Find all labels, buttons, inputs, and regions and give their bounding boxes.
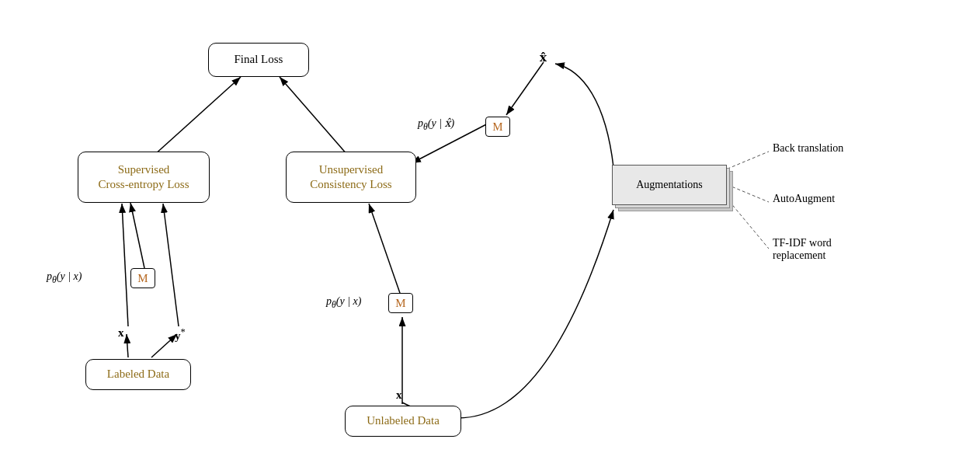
augmentations-label: Augmentations [636,179,703,191]
supervised-loss-node: SupervisedCross-entropy Loss [78,152,210,203]
svg-line-8 [151,334,177,357]
svg-line-3 [280,77,348,155]
x-hat-label: x̂ [540,51,547,64]
svg-line-4 [130,203,144,268]
diagram: Final Loss SupervisedCross-entropy Loss … [0,0,980,474]
svg-line-9 [369,204,401,295]
p-theta-x-supervised: pθ(y | x) [47,270,82,285]
supervised-loss-label: SupervisedCross-entropy Loss [98,162,189,193]
back-translation-label: Back translation [773,142,843,155]
p-theta-xhat-label: pθ(y | x̂) [418,117,454,132]
y-star-label: y* [175,326,186,343]
svg-line-7 [127,334,128,357]
svg-line-2 [154,77,241,155]
auto-augment-label: AutoAugment [773,193,835,205]
svg-line-5 [122,204,128,326]
unlabeled-data-label: Unlabeled Data [367,413,440,429]
tfidf-label: TF-IDF wordreplacement [773,237,832,262]
final-loss-node: Final Loss [208,43,309,77]
arrows-svg [0,0,980,474]
m-supervised-node: M [130,268,155,288]
labeled-data-label: Labeled Data [107,367,169,382]
m-unsupervised-top-node: M [485,117,510,137]
x-labeled-label: x [118,326,124,340]
unsupervised-loss-label: UnsupervisedConsistency Loss [310,162,391,193]
augmentations-node: Augmentations [612,165,727,205]
m-unsupervised-bottom-label: M [395,297,405,310]
unlabeled-data-node: Unlabeled Data [345,406,461,437]
labeled-data-node: Labeled Data [85,359,191,390]
final-loss-label: Final Loss [235,52,283,68]
x-unlabeled-label: x [396,389,402,402]
m-unsupervised-top-label: M [492,120,502,134]
m-unsupervised-bottom-node: M [388,293,413,313]
svg-line-6 [163,204,179,326]
m-supervised-label: M [137,272,148,285]
p-theta-x-unsupervised: pθ(y | x) [326,295,361,310]
unsupervised-loss-node: UnsupervisedConsistency Loss [286,152,416,203]
svg-line-12 [506,62,544,115]
